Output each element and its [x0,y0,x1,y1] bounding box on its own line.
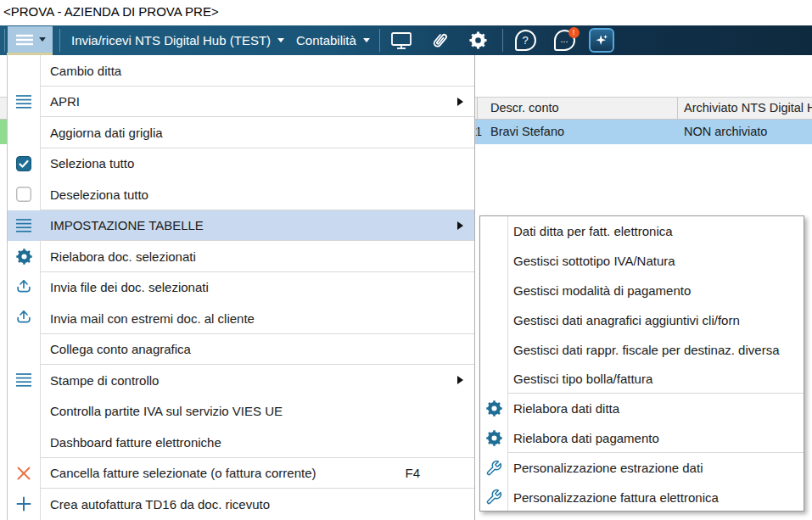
wrench-icon [480,460,507,477]
hamburger-icon [15,34,34,46]
menu-item-label: Cambio ditta [50,64,121,78]
menu-item-gestisci-dati-rappr-fiscale-per-destinaz-diversa[interactable]: Gestisci dati rappr. fiscale per destina… [480,335,804,365]
menu-item-label: Stampe di controllo [50,373,159,388]
menu-item-dati-ditta-per-fatt-elettronica[interactable]: Dati ditta per fatt. elettronica [480,216,804,246]
column-header-descr-conto[interactable]: Descr. conto [490,98,559,119]
menu-item-label: Rielabora dati pagamento [513,431,659,445]
submenu-arrow-icon [457,221,463,230]
menu-item-label: Gestisci dati anagrafici aggiuntivi cli/… [513,313,740,327]
menu-item-label: IMPOSTAZIONE TABELLE [50,218,204,232]
menu-item-deseleziona-tutto[interactable]: Deseleziona tutto [8,179,474,210]
dropdown-label: Invia/ricevi NTS Digital Hub (TEST) [71,33,271,48]
menu-item-invia-mail-con-estremi-doc-al-cliente[interactable]: Invia mail con estremi doc. al cliente [8,303,474,334]
window-title: <PROVA - AZIENDA DI PROVA PRE> [3,4,219,19]
open-menu-indicator [7,53,53,55]
main-menu-button[interactable] [8,26,53,53]
dropdown-label: Contabilità [296,33,356,48]
toolbar-separator [59,29,60,52]
menu-item-label: Rielabora doc. selezionati [50,249,196,264]
submenu-arrow-icon [457,98,463,106]
menu-item-label: Dashboard fatture elettroniche [50,435,221,450]
impostazione-tabelle-submenu: Dati ditta per fatt. elettronicaGestisci… [479,215,804,512]
gear-icon [480,429,507,447]
menu-item-label: Deseleziona tutto [50,187,148,202]
main-menu: Cambio dittaAPRIAggiorna dati grigliaSel… [7,55,475,520]
toolbar-separator [379,29,380,52]
chevron-down-icon [277,38,284,42]
menu-item-dashboard-fatture-elettroniche[interactable]: Dashboard fatture elettroniche [8,427,474,458]
grid-left-edge [477,97,478,144]
menu-item-label: Rielabora dati ditta [513,401,619,416]
menu-item-label: Gestisci tipo bolla/fattura [513,372,652,386]
monitor-icon[interactable] [389,25,413,55]
menu-item-label: Cancella fatture selezionate (o fattura … [50,466,316,480]
dropdown-contabilita[interactable]: Contabilità [296,25,370,55]
menu-item-personalizzazione-fattura-elettronica[interactable]: Personalizzazione fattura elettronica [480,483,804,512]
menu-item-rielabora-dati-ditta[interactable]: Rielabora dati ditta [480,394,804,423]
chat-dots: ... [560,35,568,44]
menu-item-gestisci-modalit-di-pagamento[interactable]: Gestisci modalità di pagamento [480,276,804,305]
menu-item-impostazione-tabelle[interactable]: IMPOSTAZIONE TABELLE [8,210,474,242]
toolbar: Invia/ricevi NTS Digital Hub (TEST) Cont… [0,25,812,55]
list-icon [8,218,40,233]
menu-item-gestisci-tipo-bolla-fattura[interactable]: Gestisci tipo bolla/fattura [480,364,804,394]
cell-archiviato: NON archiviato [684,120,767,144]
shortcut-label: F4 [405,466,420,480]
menu-item-label: Crea autofattura TD16 da doc. ricevuto [50,497,270,512]
menu-item-controlla-partite-iva-sul-servizio-vies-ue[interactable]: Controlla partite IVA sul servizio VIES … [8,396,474,428]
gear-icon[interactable] [466,25,490,55]
menu-item-aggiorna-dati-griglia[interactable]: Aggiorna dati griglia [8,117,474,148]
chevron-down-icon [39,37,46,42]
submenu-arrow-icon [457,376,463,384]
menu-item-label: Dati ditta per fatt. elettronica [513,224,673,238]
list-icon [8,94,40,109]
delete-x-icon [8,465,40,482]
menu-item-label: Personalizzazione fattura elettronica [513,490,719,505]
gear-icon [480,400,507,417]
menu-item-gestisci-sottotipo-iva-natura[interactable]: Gestisci sottotipo IVA/Natura [480,246,804,276]
menu-item-rielabora-dati-pagamento[interactable]: Rielabora dati pagamento [480,423,804,453]
menu-item-seleziona-tutto[interactable]: Seleziona tutto [8,148,474,180]
upload-icon [8,309,40,327]
upload-icon [8,278,40,297]
menu-item-stampe-di-controllo[interactable]: Stampe di controllo [8,365,474,396]
paperclip-icon[interactable] [428,25,451,55]
help-icon[interactable]: ? [512,25,538,55]
menu-item-label: Invia file dei doc. selezionati [50,280,209,294]
menu-item-label: Controlla partite IVA sul servizio VIES … [50,404,283,418]
cell-descr-conto: Bravi Stefano [490,120,564,144]
help-glyph: ? [522,35,528,46]
menu-item-invia-file-dei-doc-selezionati[interactable]: Invia file dei doc. selezionati [8,272,474,304]
plus-icon [8,495,40,512]
list-icon [8,372,40,388]
notification-badge: ! [568,27,580,38]
checkbox-unchecked-icon [8,187,40,202]
menu-item-label: Invia mail con estremi doc. al cliente [50,311,255,326]
menu-item-label: Gestisci dati rappr. fiscale per destina… [513,343,779,357]
row-selection-indicator [0,120,7,144]
column-divider [677,98,678,119]
gear-icon [8,248,40,266]
menu-item-crea-autofattura-td16-da-doc-ricevuto[interactable]: Crea autofattura TD16 da doc. ricevuto [8,489,474,520]
chevron-down-icon [363,38,370,42]
menu-item-cambio-ditta[interactable]: Cambio ditta [8,55,474,87]
wrench-icon [480,489,507,506]
menu-item-collega-conto-anagrafica[interactable]: Collega conto anagrafica [8,334,474,366]
menu-item-label: APRI [50,94,80,109]
column-header-archiviato-nts-digital-hub[interactable]: Archiviato NTS Digital Hub [684,98,812,119]
menu-item-label: Seleziona tutto [50,156,134,171]
chat-icon[interactable]: ... ! [552,25,577,55]
menu-item-gestisci-dati-anagrafici-aggiuntivi-cli-forn[interactable]: Gestisci dati anagrafici aggiuntivi cli/… [480,305,804,335]
sparkle-icon[interactable] [589,28,614,53]
checkbox-checked-icon [8,156,40,171]
menu-item-label: Gestisci sottotipo IVA/Natura [513,254,675,268]
menu-item-cancella-fatture-selezionate-o-fattura-corrente[interactable]: Cancella fatture selezionate (o fattura … [8,458,474,489]
dropdown-invia-ricevi-nts-digital-hub[interactable]: Invia/ricevi NTS Digital Hub (TEST) [71,25,284,55]
menu-item-personalizzazione-estrazione-dati[interactable]: Personalizzazione estrazione dati [480,453,804,483]
toolbar-separator [4,29,5,52]
menu-item-rielabora-doc-selezionati[interactable]: Rielabora doc. selezionati [8,241,474,272]
menu-item-label: Personalizzazione estrazione dati [513,461,703,475]
menu-item-label: Collega conto anagrafica [50,342,191,356]
menu-item-apri[interactable]: APRI [8,87,474,118]
toolbar-separator [502,29,503,52]
